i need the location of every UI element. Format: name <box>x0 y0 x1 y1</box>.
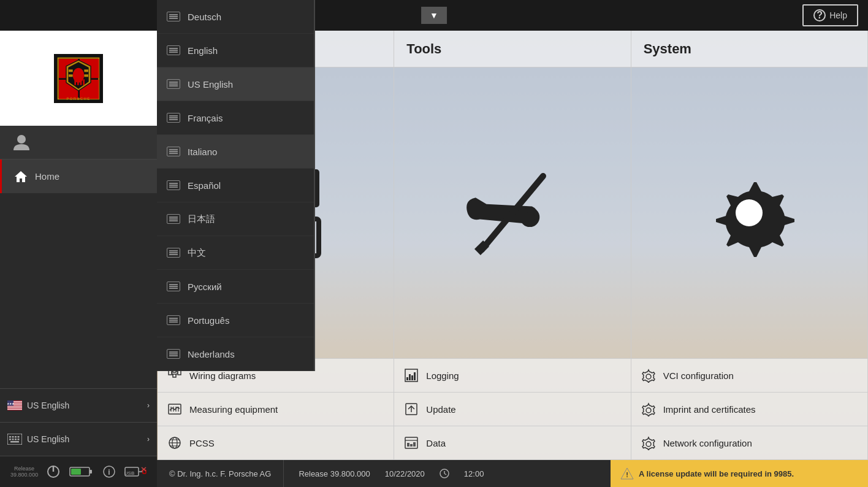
sidebar-item-us-english-flag[interactable]: ★★★ US English › <box>0 389 157 423</box>
tools-header: Tools <box>394 31 631 67</box>
link-vci-configuration[interactable]: VCI configuration <box>631 359 868 393</box>
link-imprint-certificates[interactable]: Imprint and certificates <box>631 393 868 426</box>
power-button[interactable] <box>47 465 60 478</box>
logo-area: PORSCHE <box>0 31 157 126</box>
svg-rect-34 <box>9 439 11 440</box>
svg-point-18 <box>17 135 26 144</box>
link-pcss[interactable]: PCSS <box>158 426 394 460</box>
svg-rect-15 <box>84 69 88 72</box>
language-item-chinese[interactable]: 中文 <box>157 236 314 270</box>
home-icon <box>14 170 28 183</box>
sidebar-nav: Home <box>0 159 157 388</box>
tools-title: Tools <box>406 41 441 57</box>
info-circle-icon: i <box>102 465 116 478</box>
svg-rect-70 <box>409 374 411 380</box>
chevron-down-icon: ▼ <box>430 10 438 20</box>
network-config-label: Network configuration <box>663 438 752 448</box>
time-label: 12:00 <box>464 469 484 478</box>
keyboard-icon-chinese <box>167 248 180 258</box>
language-item-japanese[interactable]: 日本語 <box>157 202 314 236</box>
language-label-espanol: Español <box>188 180 221 191</box>
release-label: Release 39.800.000 <box>299 469 370 478</box>
sidebar-bottom: ★★★ US English › <box>0 388 157 456</box>
link-logging[interactable]: Logging <box>394 359 631 393</box>
keyboard-icon <box>7 434 22 445</box>
svg-rect-11 <box>80 79 82 85</box>
link-update[interactable]: Update <box>394 393 631 426</box>
svg-rect-89 <box>407 443 409 447</box>
svg-point-81 <box>646 408 651 413</box>
language-item-francais[interactable]: Français <box>157 101 314 135</box>
language-label-us-english: US English <box>188 79 233 90</box>
main-area: PORSCHE Home <box>0 31 868 487</box>
svg-rect-72 <box>414 372 416 380</box>
porsche-logo: PORSCHE <box>54 54 103 103</box>
date-label: 10/22/2020 <box>385 469 425 478</box>
language-item-espanol[interactable]: Español <box>157 169 314 202</box>
measuring-equipment-icon <box>167 402 182 416</box>
help-button[interactable]: ? Help <box>802 4 858 26</box>
language-item-dutch[interactable]: Nederlands <box>157 337 314 371</box>
vci-config-label: VCI configuration <box>663 370 734 381</box>
sidebar-item-us-english-keyboard[interactable]: US English › <box>0 423 157 456</box>
license-warning-bar: ! A license update will be required in 9… <box>611 460 868 487</box>
porsche-crest-icon: PORSCHE <box>54 54 103 103</box>
tools-icon-cell[interactable] <box>394 67 631 359</box>
network-config-icon <box>641 435 656 450</box>
help-label: Help <box>829 10 847 20</box>
language-label-italiano: Italiano <box>188 147 217 157</box>
license-warning-text: A license update will be required in 998… <box>639 469 794 478</box>
language-label-francais: Français <box>188 113 223 123</box>
system-icon-cell[interactable] <box>631 67 868 359</box>
system-title: System <box>644 41 691 57</box>
arrow-right-icon-2: › <box>147 435 150 443</box>
vci-config-icon <box>641 368 656 383</box>
data-icon <box>404 435 419 450</box>
svg-rect-37 <box>18 439 20 440</box>
svg-rect-42 <box>89 470 92 474</box>
logging-label: Logging <box>426 370 459 381</box>
svg-rect-13 <box>69 69 73 72</box>
sidebar: PORSCHE Home <box>0 31 157 487</box>
link-measuring-equipment[interactable]: Measuring equipment <box>158 393 394 426</box>
svg-rect-9 <box>74 79 76 85</box>
warning-icon: ! <box>620 467 634 480</box>
pcss-label: PCSS <box>189 438 215 448</box>
language-item-russian[interactable]: Русский <box>157 270 314 304</box>
svg-rect-26 <box>7 409 22 410</box>
link-data[interactable]: Data <box>394 426 631 460</box>
language-item-us-english[interactable]: US English <box>157 67 314 101</box>
svg-point-73 <box>646 374 651 379</box>
arrow-right-icon: › <box>147 401 150 410</box>
link-network-configuration[interactable]: Network configuration <box>631 426 868 460</box>
language-dropdown[interactable]: ▼ <box>421 7 447 24</box>
svg-rect-16 <box>84 74 88 77</box>
keyboard-icon-portuguese <box>167 315 180 325</box>
svg-rect-43 <box>71 469 81 475</box>
language-item-italiano[interactable]: Italiano <box>157 135 314 169</box>
power-icon <box>47 465 60 478</box>
status-middle: Release 39.800.000 10/22/2020 12:00 <box>284 469 611 478</box>
cable-icon: USB <box>124 465 147 478</box>
keyboard-icon-japanese <box>167 214 180 224</box>
svg-text:PORSCHE: PORSCHE <box>66 96 90 100</box>
language-label-chinese: 中文 <box>188 247 206 259</box>
svg-rect-35 <box>12 439 14 440</box>
wiring-diagrams-label: Wiring diagrams <box>189 370 256 381</box>
language-label-dutch: Nederlands <box>188 349 235 359</box>
language-item-portuguese[interactable]: Português <box>157 304 314 337</box>
keyboard-icon-italiano <box>167 147 180 156</box>
svg-marker-19 <box>15 171 27 182</box>
sidebar-footer: Release 39.800.000 <box>0 456 157 487</box>
keyboard-icon-espanol <box>167 180 180 190</box>
svg-rect-25 <box>7 407 22 408</box>
vci-cable-icon: USB <box>124 465 147 478</box>
system-header: System <box>631 31 868 67</box>
language-item-english[interactable]: English <box>157 34 314 67</box>
svg-rect-33 <box>18 436 20 438</box>
sidebar-item-home[interactable]: Home <box>0 159 157 193</box>
svg-rect-32 <box>15 436 17 438</box>
svg-rect-14 <box>69 74 73 77</box>
keyboard-icon-russian <box>167 282 180 291</box>
battery-icon <box>69 465 94 478</box>
